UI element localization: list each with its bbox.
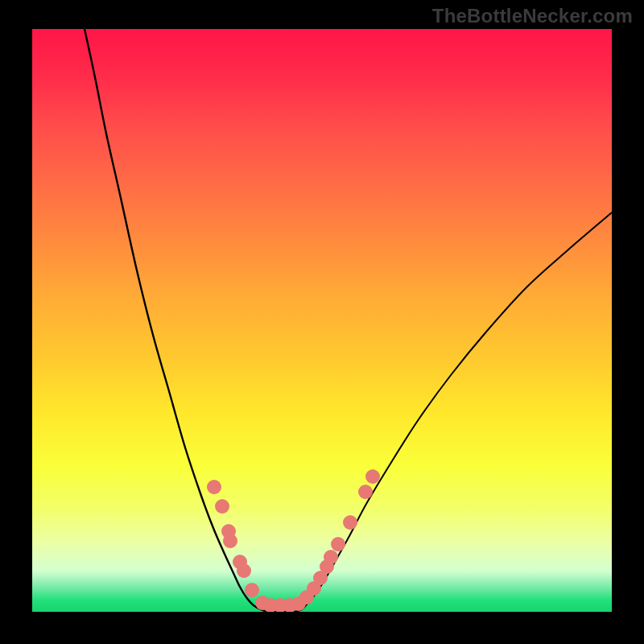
marker-dot <box>223 534 237 548</box>
marker-dot <box>245 583 259 597</box>
marker-dot <box>365 469 380 484</box>
highlight-dots <box>207 469 380 612</box>
watermark-text: TheBottleNecker.com <box>432 5 633 27</box>
marker-dot <box>215 499 229 514</box>
marker-dot <box>331 537 345 551</box>
plot-area <box>32 29 612 612</box>
chart-svg <box>32 29 612 612</box>
marker-dot <box>343 515 357 530</box>
marker-dot <box>324 550 338 564</box>
marker-dot <box>207 480 221 494</box>
right-curve <box>270 213 612 612</box>
chart-frame: TheBottleNecker.com <box>0 0 644 644</box>
marker-dot <box>358 485 373 499</box>
left-curve <box>85 29 270 612</box>
marker-dot <box>237 564 251 578</box>
